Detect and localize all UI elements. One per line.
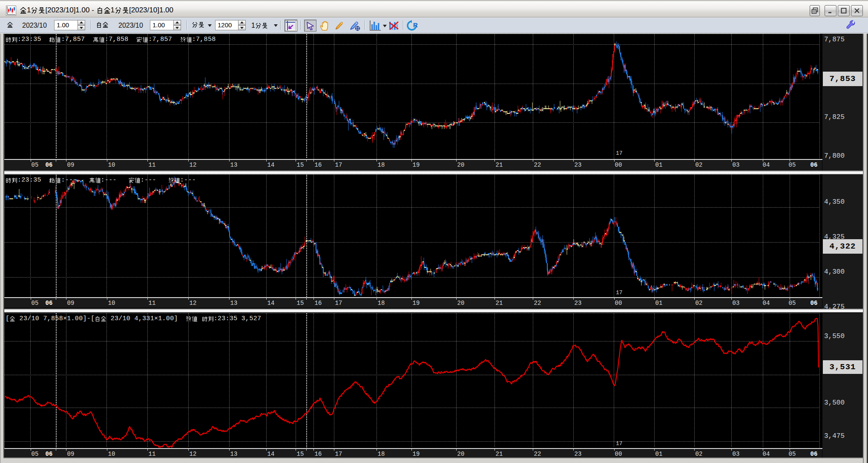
svg-text:R: R	[413, 21, 418, 29]
svg-text:17: 17	[616, 440, 623, 447]
svg-text:17: 17	[616, 150, 623, 156]
svg-text:17: 17	[616, 289, 623, 296]
